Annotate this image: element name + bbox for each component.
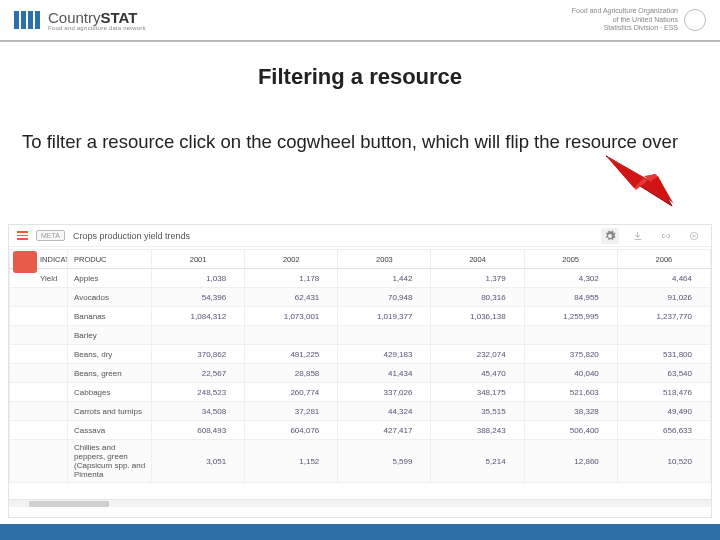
cell-value: 1,237,770 <box>617 307 710 326</box>
cell-value: 260,774 <box>245 383 338 402</box>
cell-value: 5,599 <box>338 440 431 483</box>
table-row: Carrots and turnips34,50837,28144,32435,… <box>10 402 711 421</box>
cell-value <box>152 326 245 345</box>
svg-marker-2 <box>644 174 674 204</box>
svg-marker-1 <box>606 156 648 190</box>
cell-value: 5,214 <box>431 440 524 483</box>
horizontal-scrollbar[interactable] <box>9 499 711 507</box>
cell-value: 38,328 <box>524 402 617 421</box>
brand-subtitle: Food and agriculture data network <box>48 25 146 31</box>
cell-product: Cassava <box>68 421 152 440</box>
cell-value: 80,316 <box>431 288 524 307</box>
svg-marker-3 <box>606 156 674 204</box>
gear-icon[interactable] <box>601 228 619 244</box>
cell-indicator <box>10 307 68 326</box>
cell-value: 1,084,312 <box>152 307 245 326</box>
page-header: CountrySTAT Food and agriculture data ne… <box>0 0 720 42</box>
cell-value: 37,281 <box>245 402 338 421</box>
col-2001: 2001 <box>152 250 245 269</box>
cell-value: 1,379 <box>431 269 524 288</box>
cell-value: 348,175 <box>431 383 524 402</box>
download-icon[interactable] <box>629 228 647 244</box>
cell-product: Carrots and turnips <box>68 402 152 421</box>
table-row: Cabbages248,523260,774337,026348,175521,… <box>10 383 711 402</box>
col-2005: 2005 <box>524 250 617 269</box>
cell-indicator <box>10 402 68 421</box>
cell-value <box>338 326 431 345</box>
fao-line2: of the United Nations <box>572 16 678 24</box>
fao-logo-icon <box>684 9 706 31</box>
cell-value: 22,567 <box>152 364 245 383</box>
cell-value: 429,183 <box>338 345 431 364</box>
cell-value: 4,464 <box>617 269 710 288</box>
svg-marker-4 <box>608 158 644 188</box>
cell-value: 1,073,001 <box>245 307 338 326</box>
cell-value: 481,225 <box>245 345 338 364</box>
cell-product: Chillies and peppers, green (Capsicum sp… <box>68 440 152 483</box>
cell-value: 608,493 <box>152 421 245 440</box>
svg-marker-0 <box>606 156 672 206</box>
table-row: Cassava608,493604,076427,417388,243506,4… <box>10 421 711 440</box>
instruction-text: To filter a resource click on the cogwhe… <box>22 130 698 154</box>
svg-marker-5 <box>644 176 672 202</box>
cell-value <box>524 326 617 345</box>
table-row: Bananas1,084,3121,073,0011,019,3771,036,… <box>10 307 711 326</box>
col-product: PRODUC <box>68 250 152 269</box>
panel-toolbar: META Crops production yield trends <box>9 225 711 247</box>
cell-value: 45,470 <box>431 364 524 383</box>
cell-indicator <box>10 326 68 345</box>
cell-value: 70,948 <box>338 288 431 307</box>
cell-indicator <box>10 421 68 440</box>
cell-value: 518,476 <box>617 383 710 402</box>
cell-indicator <box>10 364 68 383</box>
cell-value: 10,520 <box>617 440 710 483</box>
cell-indicator <box>10 345 68 364</box>
cell-value: 375,820 <box>524 345 617 364</box>
fao-line3: Statistics Division · ESS <box>572 24 678 32</box>
cell-product: Avocados <box>68 288 152 307</box>
brand-main: Country <box>48 9 101 26</box>
meta-badge[interactable]: META <box>36 230 65 241</box>
data-table-container: INDICATOR PRODUC 2001 2002 2003 2004 200… <box>9 247 711 507</box>
cell-value: 41,434 <box>338 364 431 383</box>
close-icon[interactable] <box>685 228 703 244</box>
cell-product: Cabbages <box>68 383 152 402</box>
corner-tag-icon[interactable] <box>13 251 37 273</box>
cell-value: 232,074 <box>431 345 524 364</box>
cell-value: 28,858 <box>245 364 338 383</box>
cell-value: 604,076 <box>245 421 338 440</box>
cell-value: 12,860 <box>524 440 617 483</box>
table-header-row: INDICATOR PRODUC 2001 2002 2003 2004 200… <box>10 250 711 269</box>
fao-attribution: Food and Agriculture Organization of the… <box>572 7 706 32</box>
cell-indicator <box>10 440 68 483</box>
cell-value: 49,490 <box>617 402 710 421</box>
cell-value: 1,038 <box>152 269 245 288</box>
panel-title: Crops production yield trends <box>73 231 190 241</box>
cell-value: 388,243 <box>431 421 524 440</box>
cell-value: 1,442 <box>338 269 431 288</box>
link-icon[interactable] <box>657 228 675 244</box>
cell-product: Apples <box>68 269 152 288</box>
cell-value: 337,026 <box>338 383 431 402</box>
cell-indicator <box>10 383 68 402</box>
scrollbar-thumb[interactable] <box>29 501 109 507</box>
cell-value: 531,800 <box>617 345 710 364</box>
col-2002: 2002 <box>245 250 338 269</box>
brand-bold: STAT <box>101 9 138 26</box>
menu-icon[interactable] <box>17 231 28 240</box>
table-row: Avocados54,39662,43170,94880,31684,95591… <box>10 288 711 307</box>
col-2003: 2003 <box>338 250 431 269</box>
cell-value: 35,515 <box>431 402 524 421</box>
brand-logo: CountrySTAT Food and agriculture data ne… <box>14 10 146 31</box>
cell-value: 44,324 <box>338 402 431 421</box>
brand-bars-icon <box>14 11 40 29</box>
cell-product: Beans, green <box>68 364 152 383</box>
cell-value: 62,431 <box>245 288 338 307</box>
table-row: Barley <box>10 326 711 345</box>
cell-value: 3,051 <box>152 440 245 483</box>
cell-value: 427,417 <box>338 421 431 440</box>
cell-value <box>245 326 338 345</box>
col-2004: 2004 <box>431 250 524 269</box>
page-title: Filtering a resource <box>0 64 720 90</box>
slide-footer <box>0 524 720 540</box>
